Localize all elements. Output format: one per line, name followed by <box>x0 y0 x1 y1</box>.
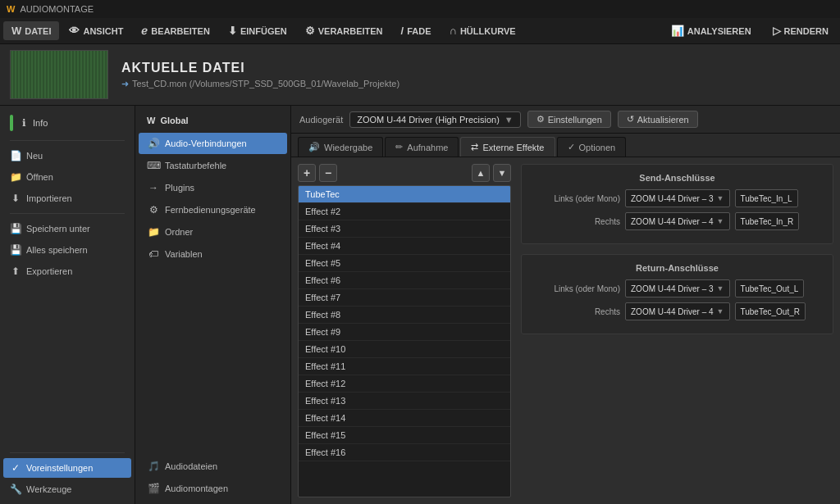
sidebar-item-neu[interactable]: 📄 Neu <box>3 146 131 166</box>
effect-list-item[interactable]: Effect #11 <box>299 358 510 375</box>
menu-label-analysieren: ANALYSIEREN <box>687 26 751 36</box>
effect-list-item[interactable]: Effect #6 <box>299 272 510 289</box>
add-effect-button[interactable]: + <box>298 164 316 182</box>
einstellungen-button[interactable]: ⚙ Einstellungen <box>527 111 611 128</box>
tab-externe-effekte[interactable]: ⇄ Externe Effekte <box>460 137 555 157</box>
effect-list-item[interactable]: Effect #9 <box>299 324 510 341</box>
menu-item-huellkurve[interactable]: ∩ HÜLLKURVE <box>441 21 524 40</box>
effect-list-item[interactable]: Effect #10 <box>299 341 510 358</box>
return-rechts-text: TubeTec_Out_R <box>735 302 806 320</box>
tabs-bar: 🔊 Wiedergabe ✏ Aufnahme ⇄ Externe Effekt… <box>291 134 840 157</box>
tastaturbefehle-icon: ⌨ <box>147 160 160 171</box>
info-status-dot <box>10 115 13 131</box>
effect-list-item[interactable]: Effect #4 <box>299 238 510 255</box>
content-area: + − ▲ ▼ TubeTecEffect #2Effect #3Effect … <box>291 157 840 504</box>
menu-item-rendern[interactable]: ▷ RENDERN <box>765 21 837 40</box>
middle-label-fernbedienungsgeraete: Fernbedienungsgeräte <box>165 205 256 215</box>
header-area: AKTUELLE DATEI ➜ Test_CD.mon (/Volumes/S… <box>0 44 840 106</box>
audio-verbindungen-icon: 🔊 <box>147 138 160 149</box>
separator-3 <box>10 452 125 453</box>
sidebar-item-werkzeuge[interactable]: 🔧 Werkzeuge <box>3 479 131 499</box>
effect-list-item[interactable]: Effect #14 <box>299 410 510 427</box>
effect-list-item[interactable]: Effect #8 <box>299 306 510 324</box>
global-label: Global <box>160 116 188 125</box>
info-bar: ℹ Info <box>3 111 131 135</box>
effect-list-item[interactable]: Effect #16 <box>299 444 510 461</box>
page-title: AKTUELLE DATEI <box>121 61 399 75</box>
aktualisieren-label: Aktualisieren <box>637 115 689 125</box>
connection-panel: Send-Anschlüsse Links (oder Mono) ZOOM U… <box>521 164 833 497</box>
sidebar-label-alles-speichern: Alles speichern <box>26 245 88 255</box>
effect-list-item[interactable]: Effect #13 <box>299 393 510 410</box>
menu-item-fade[interactable]: / FADE <box>393 21 440 40</box>
send-links-select[interactable]: ZOOM U-44 Driver – 3 ▼ <box>625 189 730 207</box>
effect-list-item[interactable]: Effect #5 <box>299 255 510 272</box>
tab-wiedergabe[interactable]: 🔊 Wiedergabe <box>298 137 383 157</box>
effect-list-item[interactable]: TubeTec <box>299 186 510 203</box>
return-links-chevron: ▼ <box>717 284 724 293</box>
middle-item-ordner[interactable]: 📁 Ordner <box>139 221 287 243</box>
middle-item-plugins[interactable]: → Plugins <box>139 177 287 198</box>
alles-speichern-icon: 💾 <box>10 244 21 256</box>
device-select[interactable]: ZOOM U-44 Driver (High Precision) ▼ <box>349 111 520 128</box>
main-layout: ℹ Info 📄 Neu 📁 Öffnen ⬇ Importieren 💾 Sp… <box>0 106 840 504</box>
aktualisieren-button[interactable]: ↺ Aktualisieren <box>618 111 698 128</box>
menu-label-verarbeiten: VERARBEITEN <box>318 26 383 36</box>
ordner-icon: 📁 <box>147 226 160 238</box>
sidebar-item-voreinstellungen[interactable]: ✓ Voreinstellungen <box>3 458 131 478</box>
rendern-icon: ▷ <box>773 25 781 37</box>
send-rechts-select[interactable]: ZOOM U-44 Driver – 4 ▼ <box>625 212 730 230</box>
effect-list-item[interactable]: Effect #2 <box>299 203 510 220</box>
send-rechts-row: Rechts ZOOM U-44 Driver – 4 ▼ TubeTec_In… <box>530 212 824 230</box>
middle-label-plugins: Plugins <box>165 183 194 193</box>
menu-item-analysieren[interactable]: 📊 ANALYSIEREN <box>663 21 760 40</box>
menu-item-einfuegen[interactable]: ⬇ EINFÜGEN <box>220 21 295 40</box>
aktualisieren-icon: ↺ <box>627 114 634 125</box>
sidebar-label-exportieren: Exportieren <box>26 266 72 276</box>
middle-item-audio-verbindungen[interactable]: 🔊 Audio-Verbindungen <box>139 133 287 154</box>
wiedergabe-tab-label: Wiedergabe <box>324 143 372 152</box>
menu-bar: W DATEI 👁 ANSICHT ℯ BEARBEITEN ⬇ EINFÜGE… <box>0 18 840 44</box>
middle-item-tastaturbefehle[interactable]: ⌨ Tastaturbefehle <box>139 155 287 176</box>
menu-item-datei[interactable]: W DATEI <box>3 21 59 40</box>
separator-2 <box>10 213 125 214</box>
effect-list-item[interactable]: Effect #7 <box>299 289 510 306</box>
sidebar-item-importieren[interactable]: ⬇ Importieren <box>3 188 131 208</box>
tab-aufnahme[interactable]: ✏ Aufnahme <box>385 137 459 157</box>
return-rechts-select[interactable]: ZOOM U-44 Driver – 4 ▼ <box>625 302 730 320</box>
optionen-tab-label: Optionen <box>579 143 616 152</box>
effect-list-item[interactable]: Effect #3 <box>299 220 510 238</box>
effect-list-item[interactable]: Effect #12 <box>299 375 510 393</box>
header-subtitle: ➜ Test_CD.mon (/Volumes/STP_SSD_500GB_01… <box>121 79 399 89</box>
sidebar-item-exportieren[interactable]: ⬆ Exportieren <box>3 261 131 281</box>
variablen-icon: 🏷 <box>147 248 160 260</box>
huellkurve-icon: ∩ <box>450 25 457 37</box>
middle-item-audiomontagen[interactable]: 🎬 Audiomontagen <box>139 478 287 499</box>
menu-item-bearbeiten[interactable]: ℯ BEARBEITEN <box>133 21 218 40</box>
left-sidebar: ℹ Info 📄 Neu 📁 Öffnen ⬇ Importieren 💾 Sp… <box>0 106 135 504</box>
sidebar-item-alles-speichern[interactable]: 💾 Alles speichern <box>3 240 131 260</box>
importieren-icon: ⬇ <box>10 193 21 204</box>
exportieren-icon: ⬆ <box>10 266 21 277</box>
return-links-select[interactable]: ZOOM U-44 Driver – 3 ▼ <box>625 279 730 297</box>
menu-label-ansicht: ANSICHT <box>83 26 123 36</box>
tab-optionen[interactable]: ✓ Optionen <box>557 137 627 157</box>
middle-item-fernbedienungsgeraete[interactable]: ⚙ Fernbedienungsgeräte <box>139 199 287 220</box>
einstellungen-label: Einstellungen <box>548 115 602 125</box>
return-links-text: TubeTec_Out_L <box>735 279 805 297</box>
middle-label-tastaturbefehle: Tastaturbefehle <box>165 161 226 170</box>
return-rechts-chevron: ▼ <box>717 307 724 316</box>
effect-list-item[interactable]: Effect #15 <box>299 427 510 444</box>
middle-item-variablen[interactable]: 🏷 Variablen <box>139 243 287 265</box>
move-up-button[interactable]: ▲ <box>472 164 490 182</box>
menu-item-verarbeiten[interactable]: ⚙ VERARBEITEN <box>297 21 391 40</box>
send-rechts-select-value: ZOOM U-44 Driver – 4 <box>631 217 714 226</box>
move-down-button[interactable]: ▼ <box>493 164 511 182</box>
effect-list[interactable]: TubeTecEffect #2Effect #3Effect #4Effect… <box>298 185 511 497</box>
sidebar-item-speichern-unter[interactable]: 💾 Speichern unter <box>3 219 131 238</box>
middle-item-audiodateien[interactable]: 🎵 Audiodateien <box>139 456 287 477</box>
remove-effect-button[interactable]: − <box>319 164 337 182</box>
sidebar-item-oeffnen[interactable]: 📁 Öffnen <box>3 167 131 187</box>
menu-item-ansicht[interactable]: 👁 ANSICHT <box>61 21 131 40</box>
device-label: Audiogerät <box>299 115 343 125</box>
